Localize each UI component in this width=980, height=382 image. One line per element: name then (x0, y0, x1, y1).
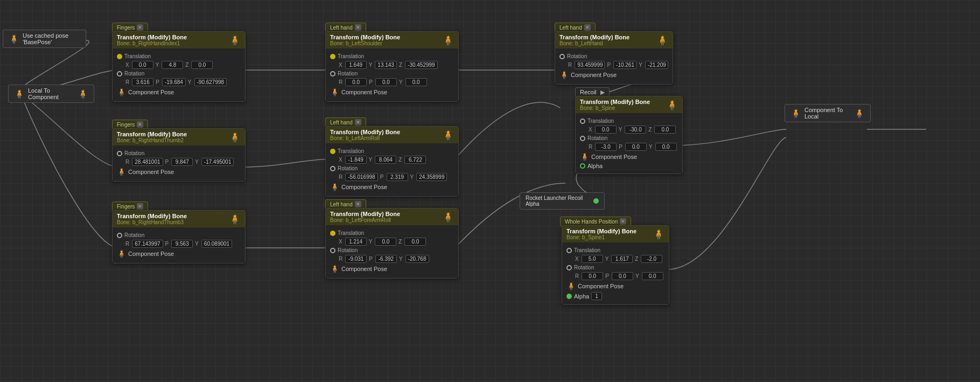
alpha-value-sp2[interactable]: 1 (591, 292, 602, 300)
rot-y-sp2[interactable]: 0.0 (642, 272, 663, 280)
trans-y-lh3[interactable]: 0.0 (375, 238, 396, 246)
rot-r-sp[interactable]: -3.0 (595, 143, 617, 151)
comp-pose-label-lh2: Component Pose (341, 184, 387, 190)
rot-r-f3[interactable]: 67.143997 (132, 240, 163, 248)
person-icon-cp-lh2: 🧍 (330, 183, 339, 191)
node-fingers3-body: Rotation R 67.143997 P 9.563 Y 60.089001… (113, 227, 245, 263)
node-fingers2-title: Transform (Modify) Bone (117, 131, 187, 137)
translation-row-sp: Translation (580, 118, 678, 124)
trans-y-sp2[interactable]: 1.617 (611, 255, 633, 263)
rot-y-lht[interactable]: -21.209 (645, 61, 668, 69)
rot-p-lh3[interactable]: -6.392 (375, 255, 397, 263)
translation-connector-sp2 (566, 248, 572, 253)
person-icon-sp2: 🧍 (653, 228, 664, 240)
rot-y-f1[interactable]: -90.627998 (194, 78, 227, 86)
rotation-connector-lht (559, 54, 565, 59)
translation-row-lh2: Translation (330, 148, 454, 154)
trans-z-lh2[interactable]: 6.722 (404, 156, 426, 164)
trans-z-f1[interactable]: 0.0 (191, 61, 213, 69)
rotation-row-lh1: Rotation (330, 71, 454, 77)
rot-r-lh3[interactable]: -9.031 (345, 255, 367, 263)
rot-r-lh1[interactable]: 0.0 (345, 78, 367, 86)
trans-x-lh3[interactable]: 1.214 (345, 238, 367, 246)
rot-r-sp2[interactable]: 0.0 (582, 272, 603, 280)
person-icon-left: 🧍 (14, 89, 25, 99)
trans-x-sp2[interactable]: 5.0 (582, 255, 603, 263)
rotation-values-lh2: R -56.016998 P 2.319 Y 24.358999 (330, 173, 454, 181)
trans-x-sp[interactable]: 0.0 (595, 126, 617, 134)
comp-pose-label-sp: Component Pose (591, 154, 637, 160)
recoil-label: Recoil (580, 89, 597, 95)
trans-y-lh1[interactable]: 13.143 (375, 61, 397, 69)
rotation-label-f3: Rotation (124, 232, 151, 238)
rot-r-lh2[interactable]: -56.016998 (345, 173, 378, 181)
node-spine: Transform (Modify) Bone Bone: b_Spine 🧍 … (575, 96, 683, 174)
trans-z-sp[interactable]: 0.0 (654, 126, 676, 134)
recoil-arrow: ▶ (600, 89, 605, 95)
lefthand2-close[interactable]: ✕ (355, 119, 361, 126)
rot-p-lh2[interactable]: 2.319 (387, 173, 408, 181)
node-lh2-header: Transform (Modify) Bone Bone: b_LeftArmR… (326, 127, 458, 143)
person-icon-cp-f2: 🧍 (117, 168, 126, 176)
fingers1-close[interactable]: ✕ (137, 24, 143, 31)
trans-y-sp[interactable]: -30.0 (625, 126, 646, 134)
trans-y-lh2[interactable]: 8.064 (375, 156, 396, 164)
rot-p-lh1[interactable]: 0.0 (375, 78, 397, 86)
rot-p-lht[interactable]: -10.261 (613, 61, 636, 69)
node-fingers2-subtitle: Bone: b_RightHandThumb2 (117, 137, 187, 143)
rot-p-f1[interactable]: -19.684 (162, 78, 186, 86)
node-lh3-subtitle: Bone: b_LeftForeArmRoll (330, 217, 400, 223)
rot-p-sp2[interactable]: 0.0 (612, 272, 633, 280)
trans-x-lh2[interactable]: -1.849 (345, 156, 367, 164)
rot-r-f1[interactable]: 3.616 (132, 78, 153, 86)
rot-p-f3[interactable]: 9.563 (171, 240, 193, 248)
rotation-connector-f2 (117, 151, 122, 156)
rotation-label-f2: Rotation (124, 150, 151, 156)
comp-pose-lh3: 🧍 Component Pose (330, 265, 454, 273)
node-spine2: Transform (Modify) Bone Bone: b_Spine1 🧍… (562, 225, 669, 305)
trans-z-lh3[interactable]: 0.0 (404, 238, 426, 246)
node-lht-body: Rotation R 93.459999 P -10.261 Y -21.209… (555, 48, 673, 84)
fingers3-close[interactable]: ✕ (137, 203, 143, 210)
rocket-label: Rocket Launcher Recoil Alpha (526, 195, 590, 207)
person-icon-lh2: 🧍 (442, 129, 454, 141)
rot-p-sp[interactable]: 0.0 (625, 143, 647, 151)
trans-y-f1[interactable]: 4.8 (162, 61, 183, 69)
person-icon-sp: 🧍 (666, 99, 678, 111)
comp-pose-label-sp2: Component Pose (578, 283, 624, 289)
node-lefthand3: Transform (Modify) Bone Bone: b_LeftFore… (325, 208, 459, 279)
rot-y-lh3[interactable]: -20.768 (405, 255, 429, 263)
rot-p-f2[interactable]: 9.847 (171, 158, 193, 166)
lefthand3-close[interactable]: ✕ (355, 201, 361, 207)
rot-y-lh2[interactable]: 24.358999 (416, 173, 447, 181)
rot-y-sp[interactable]: 0.0 (655, 143, 677, 151)
rot-y-f3[interactable]: 60.089001 (201, 240, 232, 248)
trans-z-lh1[interactable]: -30.452999 (405, 61, 438, 69)
node-fingers3-header: Transform (Modify) Bone Bone: b_RightHan… (113, 211, 245, 227)
person-icon-f2: 🧍 (229, 131, 241, 143)
rot-y-f2[interactable]: -17.495001 (201, 158, 234, 166)
translation-row-f1: Translation (117, 53, 241, 59)
node-fingers2-body: Rotation R 28.481001 P 9.847 Y -17.49500… (113, 145, 245, 181)
lefthand1-close[interactable]: ✕ (355, 24, 361, 31)
node-fingers3: Transform (Modify) Bone Bone: b_RightHan… (112, 210, 246, 263)
rotation-connector-lh3 (330, 248, 335, 253)
rotation-label-lh3: Rotation (338, 247, 365, 253)
rotation-row-f3: Rotation (117, 232, 241, 238)
comp-pose-f2: 🧍 Component Pose (117, 168, 241, 176)
fingers2-close[interactable]: ✕ (137, 121, 143, 128)
comp-pose-label-lht: Component Pose (571, 72, 617, 78)
comp-pose-sp: 🧍 Component Pose (580, 152, 678, 161)
rot-y-lh1[interactable]: 0.0 (405, 78, 427, 86)
lefthand-top-close[interactable]: ✕ (584, 24, 591, 31)
trans-x-lh1[interactable]: 1.649 (345, 61, 367, 69)
comp-pose-label-lh1: Component Pose (341, 89, 387, 95)
rot-r-lht[interactable]: 93.459999 (575, 61, 605, 69)
trans-z-sp2[interactable]: -2.0 (641, 255, 662, 263)
trans-x-f1[interactable]: 0.0 (132, 61, 153, 69)
rot-r-f2[interactable]: 28.481001 (132, 158, 163, 166)
lefthand-top-label: Left hand (559, 25, 582, 31)
person-icon-cp-lht: 🧍 (559, 71, 569, 79)
node-lh2-title: Transform (Modify) Bone (330, 129, 400, 135)
whole-hands-close[interactable]: ✕ (620, 218, 626, 225)
